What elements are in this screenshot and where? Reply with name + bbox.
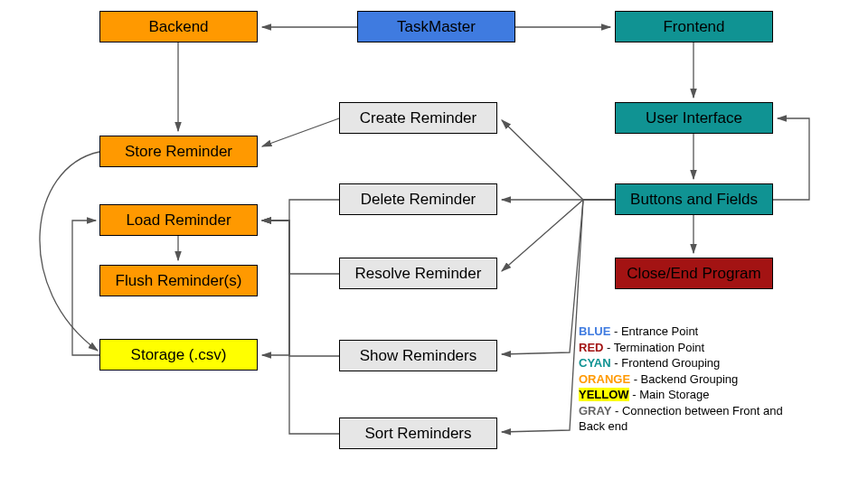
node-label: Show Reminders <box>360 347 476 365</box>
node-label: Buttons and Fields <box>630 191 758 209</box>
node-label: User Interface <box>646 109 742 127</box>
node-taskmaster: TaskMaster <box>357 11 515 42</box>
node-close-program: Close/End Program <box>615 258 773 289</box>
legend-row-gray: GRAY - Connection between Front and <box>579 403 850 419</box>
node-create-reminder: Create Reminder <box>339 102 497 134</box>
legend-row-orange: ORANGE - Backend Grouping <box>579 371 850 388</box>
node-buttons-fields: Buttons and Fields <box>615 183 773 215</box>
node-store-reminder: Store Reminder <box>99 136 258 167</box>
node-label: Storage (.csv) <box>131 346 227 364</box>
node-label: Flush Reminder(s) <box>116 272 242 290</box>
node-label: TaskMaster <box>397 18 476 36</box>
node-show-reminders: Show Reminders <box>339 340 497 371</box>
node-label: Create Reminder <box>360 109 476 127</box>
node-delete-reminder: Delete Reminder <box>339 183 497 215</box>
legend-row-red: RED - Termination Point <box>579 340 850 356</box>
node-label: Resolve Reminder <box>355 265 482 283</box>
legend-row-gray2: Back end <box>579 418 850 435</box>
node-label: Close/End Program <box>627 265 760 283</box>
node-label: Delete Reminder <box>361 191 476 209</box>
legend-row-yellow: YELLOW - Main Storage <box>579 387 850 403</box>
legend-row-cyan: CYAN - Frontend Grouping <box>579 355 850 371</box>
svg-line-8 <box>262 118 339 146</box>
node-user-interface: User Interface <box>615 102 773 134</box>
node-label: Backend <box>148 18 208 36</box>
legend-row-blue: BLUE - Entrance Point <box>579 324 850 340</box>
node-storage: Storage (.csv) <box>99 339 258 371</box>
node-resolve-reminder: Resolve Reminder <box>339 258 497 289</box>
node-label: Load Reminder <box>126 211 231 230</box>
node-backend: Backend <box>99 11 258 42</box>
node-sort-reminders: Sort Reminders <box>339 418 497 449</box>
node-flush-reminder: Flush Reminder(s) <box>99 265 258 296</box>
node-frontend: Frontend <box>615 11 773 42</box>
legend: BLUE - Entrance Point RED - Termination … <box>579 324 850 435</box>
node-label: Store Reminder <box>125 143 232 161</box>
node-label: Frontend <box>663 18 724 36</box>
node-label: Sort Reminders <box>364 425 471 443</box>
node-load-reminder: Load Reminder <box>99 204 258 236</box>
